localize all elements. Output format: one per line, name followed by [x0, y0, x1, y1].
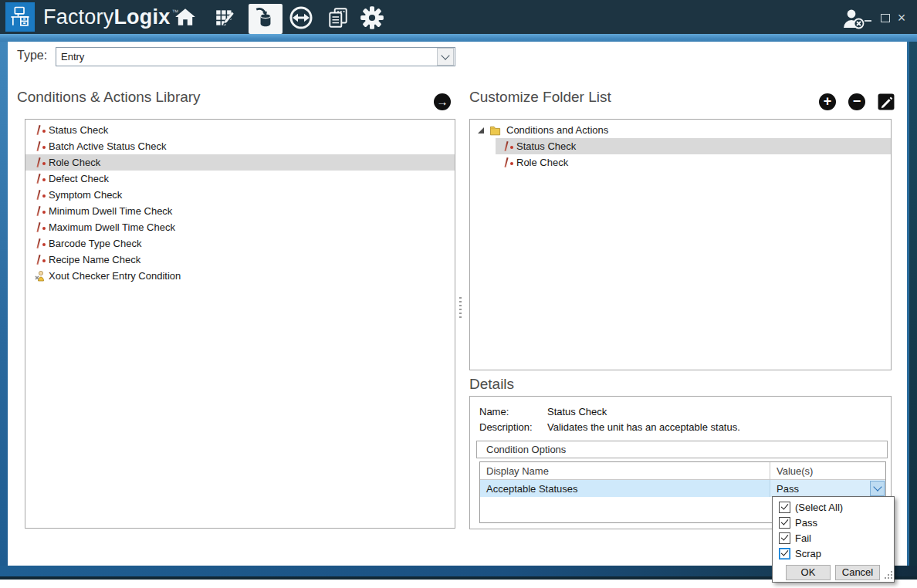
chevron-down-icon — [873, 482, 881, 491]
window-frame-left — [0, 42, 8, 566]
table-header-row: Display Name Value(s) — [480, 462, 885, 480]
list-item-label: Maximum Dwell Time Check — [49, 221, 175, 233]
add-folder-button[interactable] — [819, 93, 836, 110]
list-item[interactable]: Defect Check — [25, 171, 455, 187]
type-select-dropdown-button[interactable] — [437, 48, 454, 66]
xout-checker-icon — [34, 270, 46, 282]
grid-edit-icon[interactable] — [213, 5, 238, 30]
resize-grip-icon[interactable] — [888, 574, 889, 576]
popup-option[interactable]: (Select All) — [773, 499, 894, 515]
type-select-value: Entry — [56, 51, 437, 63]
popup-option[interactable]: Scrap — [773, 546, 894, 561]
condition-icon — [502, 140, 514, 153]
checkbox-checked-icon[interactable] — [779, 532, 790, 544]
column-display-name: Display Name — [480, 465, 770, 477]
condition-icon — [34, 124, 46, 137]
minimize-button[interactable] — [861, 12, 874, 24]
window-frame-right — [907, 42, 917, 566]
titlebar: FactoryLogix™ — [0, 0, 917, 34]
value-dropdown-button[interactable] — [870, 481, 885, 496]
tree-item-label: Status Check — [516, 140, 576, 152]
documents-icon[interactable] — [326, 5, 350, 30]
list-item[interactable]: Minimum Dwell Time Check — [25, 203, 455, 219]
name-value: Status Check — [547, 406, 607, 417]
move-to-folder-button[interactable] — [434, 93, 451, 110]
column-values: Value(s) — [770, 462, 885, 479]
tree-item-selected[interactable]: Status Check — [496, 138, 891, 154]
brand-bold: Logix — [113, 5, 170, 29]
condition-icon — [502, 157, 514, 169]
condition-icon — [34, 205, 46, 218]
list-item[interactable]: Recipe Name Check — [25, 252, 455, 268]
list-item[interactable]: Barcode Type Check — [25, 235, 455, 252]
tree-item-label: Role Check — [516, 157, 568, 168]
list-item[interactable]: Maximum Dwell Time Check — [25, 219, 455, 235]
list-item-label: Defect Check — [49, 173, 109, 184]
value-multiselect-popup: (Select All) Pass Fail Scrap OK Cancel — [772, 496, 895, 583]
condition-icon — [34, 140, 46, 153]
condition-icon — [34, 254, 46, 266]
folder-icon — [489, 125, 501, 136]
checkbox-checked-icon[interactable] — [779, 548, 790, 559]
condition-options-group: Condition Options — [476, 441, 888, 458]
data-transfer-icon[interactable] — [289, 5, 313, 30]
checkbox-checked-icon[interactable] — [779, 502, 790, 513]
desktop: FactoryLogix™ — [0, 0, 917, 588]
popup-option-label: (Select All) — [795, 502, 843, 513]
edit-folder-button[interactable] — [878, 93, 895, 110]
cell-value: Pass — [770, 483, 870, 495]
details-title: Details — [469, 376, 514, 393]
list-item-label: Xout Checker Entry Condition — [49, 270, 181, 282]
tree-expander-icon[interactable] — [478, 127, 484, 133]
list-item[interactable]: Batch Active Status Check — [25, 138, 455, 154]
app-title: FactoryLogix™ — [43, 0, 179, 34]
cell-value-editor[interactable]: Pass — [770, 480, 885, 497]
condition-icon — [34, 173, 46, 185]
condition-icon — [34, 157, 46, 169]
remove-folder-button[interactable] — [848, 93, 865, 110]
table-row-selected[interactable]: Acceptable Statuses Pass — [480, 480, 885, 497]
list-item-label: Role Check — [49, 157, 100, 168]
factorylogix-logo-icon — [5, 2, 35, 32]
popup-option[interactable]: Fail — [773, 530, 894, 546]
folder-tree: Conditions and Actions Status Check Role… — [469, 119, 892, 370]
popup-option[interactable]: Pass — [773, 515, 894, 530]
settings-gear-icon[interactable] — [360, 5, 384, 30]
list-item[interactable]: Xout Checker Entry Condition — [25, 268, 455, 284]
popup-option-label: Scrap — [795, 548, 821, 559]
maximize-button[interactable] — [879, 12, 892, 24]
list-item-label: Symptom Check — [49, 189, 122, 201]
home-icon[interactable] — [173, 5, 198, 30]
cell-display-name: Acceptable Statuses — [480, 483, 770, 495]
brand-light: Factory — [43, 5, 113, 29]
condition-icon — [34, 221, 46, 234]
tree-root-label: Conditions and Actions — [506, 124, 608, 136]
list-item-label: Batch Active Status Check — [49, 140, 166, 152]
condition-icon — [34, 238, 46, 250]
popup-option-label: Pass — [795, 517, 817, 529]
close-button[interactable]: × — [895, 12, 908, 24]
app-window: FactoryLogix™ — [0, 0, 917, 580]
chevron-down-icon — [441, 51, 449, 59]
panel-splitter-handle[interactable] — [459, 297, 462, 319]
folders-title: Customize Folder List — [469, 89, 611, 106]
description-value: Validates the unit has an acceptable sta… — [547, 421, 740, 433]
list-item[interactable]: Status Check — [25, 122, 455, 138]
type-label: Type: — [17, 49, 47, 63]
condition-icon — [34, 189, 46, 201]
accent-strip — [0, 34, 917, 42]
popup-option-label: Fail — [795, 532, 811, 544]
ok-button[interactable]: OK — [786, 565, 831, 580]
list-item-selected[interactable]: Role Check — [25, 154, 455, 171]
tree-root-row[interactable]: Conditions and Actions — [470, 122, 891, 138]
library-database-icon[interactable] — [253, 5, 278, 30]
list-item[interactable]: Symptom Check — [25, 187, 455, 203]
condition-options-title: Condition Options — [477, 444, 566, 455]
main-content: Type: Entry Conditions & Actions Library… — [8, 42, 907, 566]
checkbox-checked-icon[interactable] — [779, 517, 790, 529]
description-label: Description: — [479, 421, 533, 433]
cancel-button[interactable]: Cancel — [835, 565, 880, 580]
name-label: Name: — [479, 406, 509, 417]
tree-item[interactable]: Role Check — [496, 154, 891, 171]
type-select[interactable]: Entry — [56, 47, 455, 66]
